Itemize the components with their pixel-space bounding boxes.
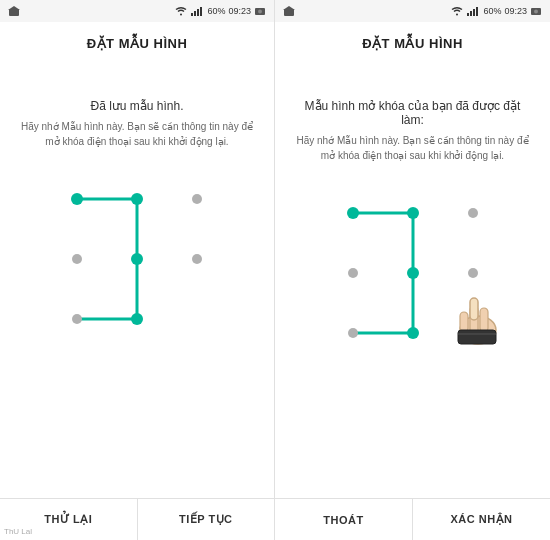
svg-rect-31 xyxy=(458,330,496,344)
dot-0-2 xyxy=(192,194,202,204)
battery-2: 60% xyxy=(483,6,501,16)
time-1: 09:23 xyxy=(228,6,251,16)
pattern-grid-1 xyxy=(57,179,217,339)
message-primary-1: Đã lưu mẫu hình. xyxy=(20,99,254,113)
signal-icon-1 xyxy=(190,6,204,16)
panel-content-2: Mẫu hình mở khóa của bạn đã được đặt làm… xyxy=(275,59,550,498)
camera-icon-2 xyxy=(530,6,542,16)
svg-marker-1 xyxy=(8,6,20,10)
dot2-0-0 xyxy=(347,207,359,219)
svg-rect-30 xyxy=(470,298,478,320)
panel-1: 60% 09:23 ĐẶT MẪU HÌNH Đã lưu mẫu hình. … xyxy=(0,0,275,540)
dot2-1-2 xyxy=(468,268,478,278)
hand-pointer-icon xyxy=(448,288,508,348)
svg-rect-17 xyxy=(470,11,472,16)
dot-1-0 xyxy=(72,254,82,264)
status-bar-2: 60% 09:23 xyxy=(275,0,550,22)
dot2-2-1 xyxy=(407,327,419,339)
camera-icon-1 xyxy=(254,6,266,16)
dot-2-1 xyxy=(131,313,143,325)
svg-point-21 xyxy=(534,10,538,14)
dot-2-0 xyxy=(72,314,82,324)
wifi-icon-2 xyxy=(451,6,463,16)
dot-0-1 xyxy=(131,193,143,205)
dot2-0-2 xyxy=(468,208,478,218)
status-left-1 xyxy=(8,6,20,16)
panel-content-1: Đã lưu mẫu hình. Hãy nhớ Mẫu hình này. B… xyxy=(0,59,274,498)
confirm-button[interactable]: XÁC NHẬN xyxy=(413,499,550,540)
watermark-left: ThU Lal xyxy=(0,527,274,536)
status-right-2: 60% 09:23 xyxy=(451,6,542,16)
svg-rect-3 xyxy=(191,13,193,16)
svg-rect-18 xyxy=(473,9,475,16)
dot-1-1 xyxy=(131,253,143,265)
wifi-icon-1 xyxy=(175,6,187,16)
home-icon-2 xyxy=(283,6,295,16)
time-2: 09:23 xyxy=(504,6,527,16)
svg-marker-14 xyxy=(283,6,295,10)
message-secondary-2: Hãy nhớ Mẫu hình này. Bạn sẽ cần thông t… xyxy=(295,133,530,163)
message-area-1: Đã lưu mẫu hình. Hãy nhớ Mẫu hình này. B… xyxy=(20,99,254,149)
dot-0-0 xyxy=(71,193,83,205)
dot2-0-1 xyxy=(407,207,419,219)
dot2-1-0 xyxy=(348,268,358,278)
message-secondary-1: Hãy nhớ Mẫu hình này. Bạn sẽ cần thông t… xyxy=(20,119,254,149)
dot2-1-1 xyxy=(407,267,419,279)
status-right-1: 60% 09:23 xyxy=(175,6,266,16)
svg-rect-19 xyxy=(476,7,478,16)
svg-rect-28 xyxy=(480,308,488,332)
svg-rect-6 xyxy=(200,7,202,16)
svg-rect-29 xyxy=(460,312,468,332)
svg-rect-16 xyxy=(467,13,469,16)
svg-rect-0 xyxy=(9,9,19,16)
signal-icon-2 xyxy=(466,6,480,16)
svg-point-2 xyxy=(180,14,182,16)
hand-svg xyxy=(448,288,508,348)
panel-2: 60% 09:23 ĐẶT MẪU HÌNH Mẫu hình mở khóa … xyxy=(275,0,550,540)
svg-rect-5 xyxy=(197,9,199,16)
svg-point-8 xyxy=(258,10,262,14)
dot2-2-0 xyxy=(348,328,358,338)
battery-1: 60% xyxy=(207,6,225,16)
exit-button[interactable]: THOÁT xyxy=(275,499,413,540)
page-title-1: ĐẶT MẪU HÌNH xyxy=(0,22,274,59)
svg-rect-4 xyxy=(194,11,196,16)
pattern-grid-2 xyxy=(333,193,493,353)
message-primary-2: Mẫu hình mở khóa của bạn đã được đặt làm… xyxy=(295,99,530,127)
svg-point-15 xyxy=(456,14,458,16)
status-left-2 xyxy=(283,6,295,16)
svg-rect-13 xyxy=(284,9,294,16)
message-area-2: Mẫu hình mở khóa của bạn đã được đặt làm… xyxy=(295,99,530,163)
bottom-buttons-2: THOÁT XÁC NHẬN xyxy=(275,498,550,540)
home-icon-1 xyxy=(8,6,20,16)
status-bar-1: 60% 09:23 xyxy=(0,0,274,22)
dot-1-2 xyxy=(192,254,202,264)
page-title-2: ĐẶT MẪU HÌNH xyxy=(275,22,550,59)
